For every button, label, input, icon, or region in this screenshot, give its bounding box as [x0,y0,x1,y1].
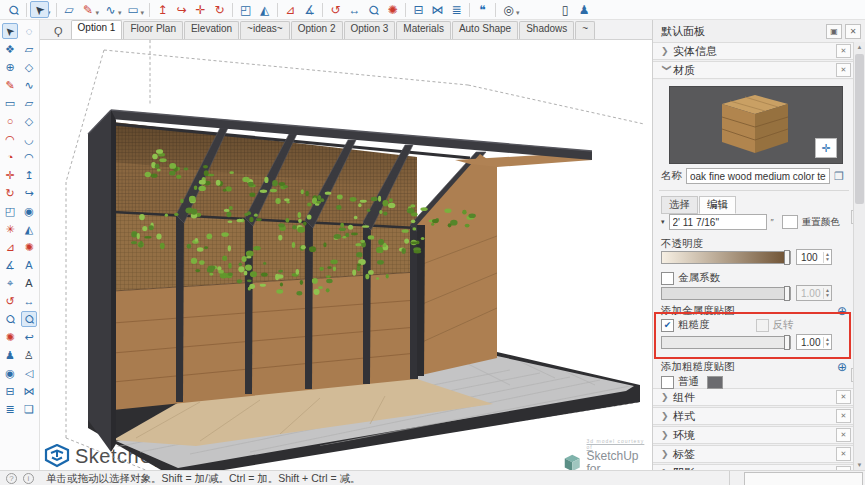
scene-search-icon[interactable]: Ϙ [54,25,63,37]
rectangle-icon[interactable]: ▭ [124,1,143,18]
walk-icon[interactable]: ♙ [21,347,37,363]
axes-tool-icon[interactable]: ✳ [2,221,18,237]
two-point-arc-icon[interactable]: ◡ [21,131,37,147]
three-point-arc-icon[interactable]: ◠ [21,149,37,165]
close-icon[interactable]: ✕ [836,390,851,404]
caret-down-icon[interactable]: ▾ [661,218,665,226]
section-materials[interactable]: ❯ 材质 ✕ [653,61,865,79]
zoom-icon[interactable]: Ϙ [2,311,18,327]
position-camera-icon[interactable]: ♟ [2,347,18,363]
create-material-button[interactable]: ✛ [815,138,837,158]
chat-icon[interactable]: ❝ [473,1,492,18]
slider-handle[interactable] [784,250,790,265]
paint-bucket-icon[interactable]: ❖ [2,41,18,57]
scroll-up-icon[interactable]: ▲ [854,42,865,52]
line-icon[interactable]: ✎ [2,77,18,93]
zoom-search-icon[interactable]: Ϙ [4,1,23,18]
normal-checkbox[interactable] [661,376,674,389]
section-display-icon[interactable]: ⋈ [428,1,447,18]
scale-icon[interactable]: ◰ [2,203,18,219]
axes-icon[interactable]: ⌖ [2,275,18,291]
look-around-icon[interactable]: ◉ [2,365,18,381]
help-icon[interactable]: ? [6,473,17,484]
rotate-icon[interactable]: ↻ [2,185,18,201]
scale-icon[interactable]: ◰ [236,1,255,18]
select-icon[interactable]: ➤ [30,1,49,18]
tape-measure-icon[interactable]: ⊿ [2,239,18,255]
freehand-icon[interactable]: ∿ [101,1,120,18]
slider-handle[interactable] [784,286,790,301]
select-icon[interactable]: ➤ [2,23,18,39]
follow-me-icon[interactable]: ↪ [172,1,191,18]
close-icon[interactable]: ✕ [836,63,851,77]
section-样式[interactable]: ❯样式✕ [653,407,865,425]
zoom-extents-icon[interactable]: ✺ [2,329,18,345]
section-plane-icon[interactable]: ⊟ [409,1,428,18]
lasso-icon[interactable]: ◌ [21,23,37,39]
geolocation-icon[interactable]: i [23,473,34,484]
section-组件[interactable]: ❯组件✕ [653,388,865,406]
section-outline-icon[interactable]: ❏ [21,401,37,417]
section-标签[interactable]: ❯标签✕ [653,445,865,463]
push-pull-icon[interactable]: ↥ [21,167,37,183]
zoom-extents-icon[interactable]: ✺ [383,1,402,18]
material-name-input[interactable] [686,168,830,184]
rotated-rectangle-icon[interactable]: ▱ [21,95,37,111]
section-fill-icon[interactable]: ≣ [447,1,466,18]
tape-measure-icon[interactable]: ⊿ [281,1,300,18]
close-icon[interactable]: ✕ [836,447,851,461]
push-pull-icon[interactable]: ↥ [153,1,172,18]
freehand-icon[interactable]: ∿ [21,77,37,93]
close-icon[interactable]: ✕ [836,409,851,423]
account-icon[interactable]: ◎ [499,1,518,18]
dimension-triangle-icon[interactable]: ◭ [21,221,37,237]
soften-edges-icon[interactable]: ◇ [21,59,37,75]
opacity-slider[interactable] [661,251,791,264]
eraser-icon[interactable]: ▱ [60,1,79,18]
circle-icon[interactable]: ○ [2,113,18,129]
pie-icon[interactable]: ◔ [2,149,18,165]
eraser-icon[interactable]: ▱ [21,41,37,57]
model-viewport[interactable]: SketchUp [40,40,652,470]
scene-tab-materials[interactable]: Materials [396,21,451,39]
text-icon[interactable]: A [21,257,37,273]
tab-edit[interactable]: 编辑 [699,196,736,214]
add-roughness-map-icon[interactable]: ⊕ [837,360,847,374]
protractor-icon[interactable]: ∡ [2,257,18,273]
3d-text-icon[interactable]: A [21,275,37,291]
scene-tab-shadows[interactable]: Shadows [519,21,574,39]
previous-view-icon[interactable]: ↩ [21,329,37,345]
dimensions-icon[interactable]: ✺ [21,239,37,255]
scene-tab-option-2[interactable]: Option 2 [291,21,343,39]
reset-color-button[interactable]: 重置颜色 [802,216,840,229]
measurements-box[interactable] [744,472,863,485]
make-component-icon[interactable]: ⊕ [2,59,18,75]
offset-icon[interactable]: ◉ [21,203,37,219]
metallic-checkbox[interactable] [661,272,674,285]
opacity-value[interactable]: 100 ▲▼ [796,249,832,265]
protractor-icon[interactable]: ∡ [300,1,319,18]
rotate-icon[interactable]: ↻ [210,1,229,18]
arc-icon[interactable]: ◠ [2,131,18,147]
scroll-down-icon[interactable]: ▼ [854,460,865,470]
tab-select[interactable]: 选择 [661,196,698,214]
zoom-window-icon[interactable]: Ϙ [21,311,37,327]
offset-icon[interactable]: ◭ [255,1,274,18]
metallic-slider[interactable] [661,287,791,300]
new-document-icon[interactable]: ▯ [556,1,575,18]
section-环境[interactable]: ❯环境✕ [653,426,865,444]
color-swatch[interactable] [782,215,798,229]
view-cone-icon[interactable]: ◁ [21,365,37,381]
tray-close-icon[interactable]: ✕ [845,24,861,39]
zoom-icon[interactable]: Ϙ [364,1,383,18]
follow-me-icon[interactable]: ↪ [21,185,37,201]
polygon-icon[interactable]: ◇ [21,113,37,129]
section-display-icon[interactable]: ⋈ [21,383,37,399]
close-icon[interactable]: ✕ [836,428,851,442]
orbit-icon[interactable]: ↺ [2,293,18,309]
close-icon[interactable]: ✕ [836,44,851,58]
tray-scrollbar[interactable]: ▲ ▼ [853,42,865,470]
section-plane-icon[interactable]: ⊟ [2,383,18,399]
move-icon[interactable]: ✛ [2,167,18,183]
add-collaborator-icon[interactable]: ♟ [575,1,594,18]
